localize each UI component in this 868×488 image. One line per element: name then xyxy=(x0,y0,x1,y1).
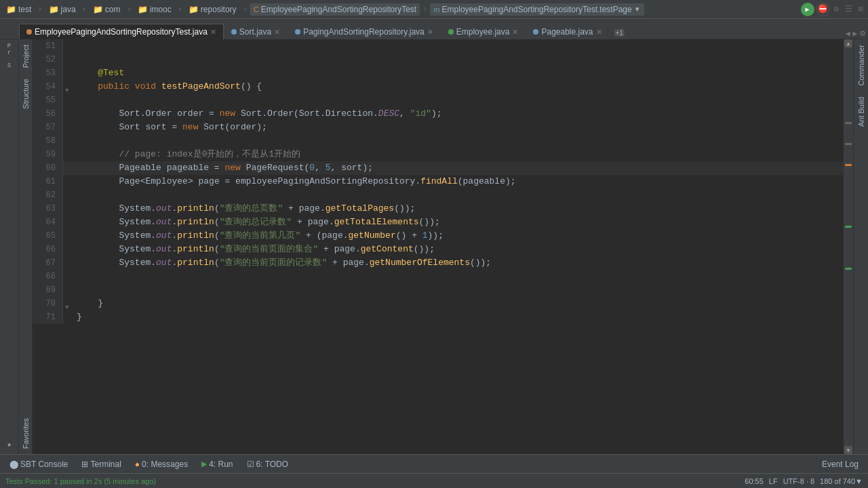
code-line-54[interactable]: 54▼ public void testPageAndSort() { xyxy=(33,80,844,94)
right-sidebar: Commander Ant Build xyxy=(853,39,868,454)
nav-method[interactable]: m EmployeePagingAndSortingRepositoryTest… xyxy=(430,3,644,16)
line-content-52[interactable] xyxy=(73,53,844,66)
sidebar-structure[interactable]: S xyxy=(2,58,17,73)
bottom-tab-todo[interactable]: ☑ 6: TODO xyxy=(241,458,294,471)
label-favorites[interactable]: Favorites xyxy=(20,413,31,454)
run-button[interactable]: ▶ xyxy=(801,3,814,16)
line-content-61[interactable]: Page<Employee> page = employeePagingAndS… xyxy=(73,175,844,188)
scroll-up-btn[interactable]: ▲ xyxy=(844,39,852,47)
tab-close-1[interactable]: ✕ xyxy=(274,28,280,37)
nav-com[interactable]: 📁 com xyxy=(90,3,124,16)
code-line-55[interactable]: 55 xyxy=(33,94,844,107)
code-line-58[interactable]: 58 xyxy=(33,134,844,148)
line-content-58[interactable] xyxy=(73,134,844,148)
bottom-tab-sbt[interactable]: ⬤ SBT Console xyxy=(4,458,73,471)
tab-close-4[interactable]: ✕ xyxy=(596,28,602,37)
line-content-63[interactable]: System.out.println("查询的总页数" + page.getTo… xyxy=(73,202,844,216)
line-content-70[interactable]: } xyxy=(73,297,844,310)
code-line-60[interactable]: 60 Pageable pageable = new PageRequest(0… xyxy=(33,161,844,175)
code-line-68[interactable]: 68 xyxy=(33,270,844,283)
line-content-53[interactable]: @Test xyxy=(73,66,844,80)
tab-scroll-left[interactable]: ◀ xyxy=(846,29,850,38)
code-line-65[interactable]: 65 System.out.println("查询的当前第几页" + (page… xyxy=(33,229,844,243)
code-line-67[interactable]: 67 System.out.println("查询的当前页面的记录数" + pa… xyxy=(33,256,844,270)
line-content-57[interactable]: Sort sort = new Sort(order); xyxy=(73,121,844,134)
line-content-71[interactable]: } xyxy=(73,310,844,324)
tab-close-3[interactable]: ✕ xyxy=(512,28,518,37)
code-line-70[interactable]: 70▼ } xyxy=(33,297,844,310)
line-content-55[interactable] xyxy=(73,94,844,107)
nav-test[interactable]: 📁 test xyxy=(3,3,35,16)
nav-sep-3: › xyxy=(125,5,132,14)
status-position[interactable]: 60:55 xyxy=(745,477,764,485)
label-project[interactable]: Project xyxy=(20,39,31,73)
fold-arrow-70[interactable]: ▼ xyxy=(65,301,71,306)
tab-paging[interactable]: PagingAndSortingRepository.java ✕ xyxy=(288,24,441,39)
code-line-66[interactable]: 66 System.out.println("查询的当前页面的集合" + pag… xyxy=(33,243,844,256)
bottom-tabs-bar: ⬤ SBT Console ⊞ Terminal ● 0: Messages ▶… xyxy=(0,454,868,473)
code-scroll-area[interactable]: 51 52 53 @Test54▼ public void testPageAn… xyxy=(33,39,844,454)
line-content-56[interactable]: Sort.Order order = new Sort.Order(Sort.D… xyxy=(73,107,844,121)
scroll-down-btn[interactable]: ▼ xyxy=(844,446,852,454)
line-content-66[interactable]: System.out.println("查询的当前页面的集合" + page.g… xyxy=(73,243,844,256)
code-line-57[interactable]: 57 Sort sort = new Sort(order); xyxy=(33,121,844,134)
status-encoding: UTF-8 · 8 xyxy=(783,477,814,485)
label-ant-build[interactable]: Ant Build xyxy=(856,92,867,132)
line-content-54[interactable]: public void testPageAndSort() { xyxy=(73,80,844,94)
line-content-67[interactable]: System.out.println("查询的当前页面的记录数" + page.… xyxy=(73,256,844,270)
line-content-68[interactable] xyxy=(73,270,844,283)
line-content-51[interactable] xyxy=(73,39,844,53)
bottom-tab-messages[interactable]: ● 0: Messages xyxy=(130,458,193,471)
line-content-64[interactable]: System.out.println("查询的总记录数" + page.getT… xyxy=(73,216,844,229)
code-line-62[interactable]: 62 xyxy=(33,188,844,202)
fold-arrow-54[interactable]: ▼ xyxy=(65,84,71,89)
sidebar-project[interactable]: Pr xyxy=(2,42,17,57)
tab-scroll-right[interactable]: ▶ xyxy=(853,29,858,38)
code-line-64[interactable]: 64 System.out.println("查询的总记录数" + page.g… xyxy=(33,216,844,229)
line-gutter-66 xyxy=(63,243,73,256)
line-gutter-53 xyxy=(63,66,73,80)
tab-close-2[interactable]: ✕ xyxy=(427,28,433,37)
code-line-63[interactable]: 63 System.out.println("查询的总页数" + page.ge… xyxy=(33,202,844,216)
folder-icon: 📁 xyxy=(6,5,16,14)
scroll-marker-2 xyxy=(845,143,852,145)
line-content-69[interactable] xyxy=(73,283,844,297)
debug-button[interactable]: ⛔ xyxy=(816,3,830,16)
code-line-51[interactable]: 51 xyxy=(33,39,844,53)
status-indent[interactable]: 180 of 740▼ xyxy=(820,477,863,485)
folder-icon-repo: 📁 xyxy=(189,5,199,14)
tab-employee-test[interactable]: EmployeePagingAndSortingRepositoryTest.j… xyxy=(19,24,224,39)
nav-repository[interactable]: 📁 repository xyxy=(185,3,240,16)
nav-imooc[interactable]: 📁 imooc xyxy=(134,3,175,16)
left-panel-labels: Project Structure Favorites xyxy=(19,39,33,454)
code-line-71[interactable]: 71} xyxy=(33,310,844,324)
line-content-62[interactable] xyxy=(73,188,844,202)
bottom-tab-run[interactable]: ▶ 4: Run xyxy=(196,458,238,471)
bottom-tab-terminal[interactable]: ⊞ Terminal xyxy=(76,458,126,471)
code-line-56[interactable]: 56 Sort.Order order = new Sort.Order(Sor… xyxy=(33,107,844,121)
tab-gear[interactable]: ⚙ xyxy=(860,28,865,39)
nav-java[interactable]: 📁 java xyxy=(45,3,79,16)
code-line-59[interactable]: 59 // page: index是0开始的，不是从1开始的 xyxy=(33,148,844,161)
tab-sort[interactable]: Sort.java ✕ xyxy=(224,24,288,39)
bottom-tab-event-log[interactable]: UTF-8 · 8 Event Log xyxy=(816,458,864,471)
code-line-61[interactable]: 61 Page<Employee> page = employeePagingA… xyxy=(33,175,844,188)
line-content-59[interactable]: // page: index是0开始的，不是从1开始的 xyxy=(73,148,844,161)
tab-more[interactable]: +1 xyxy=(610,26,629,39)
todo-icon: ☑ xyxy=(247,460,254,469)
tab-pageable[interactable]: Pageable.java ✕ xyxy=(526,24,609,39)
tab-close-0[interactable]: ✕ xyxy=(210,28,216,37)
scrollbar[interactable]: ▲ ▼ xyxy=(844,39,853,454)
code-line-52[interactable]: 52 xyxy=(33,53,844,66)
label-commander[interactable]: Commander xyxy=(856,39,867,92)
line-number-62: 62 xyxy=(33,188,63,202)
code-line-53[interactable]: 53 @Test xyxy=(33,66,844,80)
line-content-60[interactable]: Pageable pageable = new PageRequest(0, 5… xyxy=(73,161,844,175)
tab-employee[interactable]: Employee.java ✕ xyxy=(441,24,526,39)
code-line-69[interactable]: 69 xyxy=(33,283,844,297)
sidebar-favorites[interactable]: ★ xyxy=(2,436,17,451)
line-number-52: 52 xyxy=(33,53,63,66)
line-content-65[interactable]: System.out.println("查询的当前第几页" + (page.ge… xyxy=(73,229,844,243)
nav-class[interactable]: C EmployeePagingAndSortingRepositoryTest xyxy=(250,3,420,16)
label-structure[interactable]: Structure xyxy=(20,73,31,115)
